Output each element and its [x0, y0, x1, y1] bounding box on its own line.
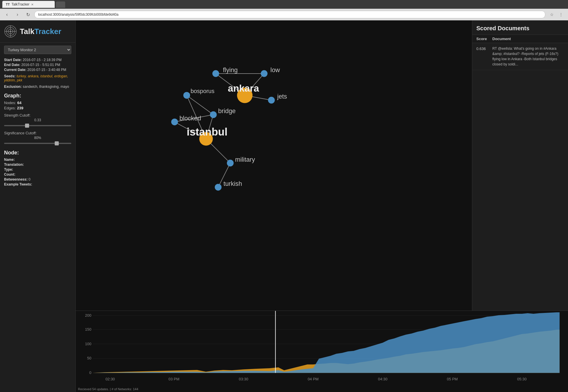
start-date-line: Start Date: 2016-07-15 - 2:18:39 PM — [4, 58, 71, 62]
seeds-line: Seeds: turkey, ankara, istanbul, erdogan… — [4, 74, 71, 82]
tab-title: TalkTracker — [11, 2, 29, 6]
scored-docs-title: Scored Documents — [476, 25, 529, 31]
doc-row-0[interactable]: 0.636 RT @wellsla: What's going on in #A… — [472, 43, 568, 70]
node-jets[interactable] — [268, 97, 275, 104]
content-row: flying low jets bosporus bridge blocked … — [76, 20, 568, 311]
current-date-line: Current Date: 2016-07-15 - 3:40:48 PM — [4, 68, 71, 72]
start-date-label: Start Date: — [4, 58, 22, 62]
network-graph[interactable]: flying low jets bosporus bridge blocked … — [76, 20, 472, 311]
end-date-value: 2016-07-15 - 5:51:01 PM — [21, 63, 60, 67]
node-section-title: Node: — [4, 150, 71, 156]
graph-panel[interactable]: flying low jets bosporus bridge blocked … — [76, 20, 472, 311]
x-label-0330: 03:30 — [239, 377, 248, 381]
significance-cutoff-value: 80% — [4, 136, 71, 140]
tab-bar: TT TalkTracker ✕ — [0, 0, 568, 9]
end-date-label: End Date: — [4, 63, 20, 67]
x-label-0400: 04 PM — [308, 377, 318, 381]
node-bosporus-label: bosporus — [191, 88, 214, 94]
back-button[interactable]: ‹ — [3, 10, 11, 19]
node-flying[interactable] — [212, 70, 219, 77]
x-label-0300: 03 PM — [168, 377, 179, 381]
node-istanbul-label: istanbul — [187, 126, 228, 138]
nodes-row: Nodes: 64 — [4, 101, 71, 105]
node-ankara-label: ankara — [228, 83, 259, 94]
app-container: TalkTracker Turkey Monitor 2 Start Date:… — [0, 20, 568, 392]
edges-label: Edges: — [4, 106, 16, 110]
sidebar: TalkTracker Turkey Monitor 2 Start Date:… — [0, 20, 76, 392]
y-label-200: 200 — [85, 313, 91, 318]
node-turkish[interactable] — [215, 184, 221, 190]
graph-section-title: Graph: — [4, 93, 71, 99]
seeds-label: Seeds: — [4, 74, 15, 78]
svg-point-5 — [10, 31, 11, 32]
url-text: localhost:3000/analysis/59f0dc309fcb000b… — [38, 13, 118, 17]
logo-icon — [4, 25, 17, 38]
node-bosporus[interactable] — [183, 92, 190, 99]
y-label-0: 0 — [89, 370, 91, 375]
reload-button[interactable]: ↻ — [24, 10, 32, 19]
logo-tracker: Tracker — [34, 27, 61, 36]
x-label-0230: 02:30 — [105, 377, 115, 381]
node-translation-label: Translation: — [4, 163, 24, 167]
node-type-label: Type: — [4, 168, 13, 172]
y-label-100: 100 — [85, 342, 91, 346]
timeline-chart: 200 150 100 50 0 02:30 03 PM — [76, 311, 568, 392]
monitor-select[interactable]: Turkey Monitor 2 — [4, 46, 71, 54]
scored-docs-columns: Score Document — [472, 35, 568, 43]
node-name-field: Name: — [4, 158, 71, 162]
x-label-0530: 05:30 — [517, 377, 526, 381]
new-tab[interactable] — [56, 1, 65, 8]
browser-chrome: TT TalkTracker ✕ ‹ › ↻ localhost:3000/an… — [0, 0, 568, 20]
node-betweenness-value: 0 — [29, 177, 31, 181]
logo-text: TalkTracker — [20, 27, 61, 36]
node-bridge[interactable] — [210, 111, 216, 118]
edges-row: Edges: 239 — [4, 106, 71, 110]
sidebar-content: Turkey Monitor 2 Start Date: 2016-07-15 … — [0, 43, 75, 190]
scored-docs-panel: Scored Documents Score Document 0.636 RT… — [472, 20, 568, 311]
nodes-value: 64 — [17, 101, 21, 105]
doc-text-0: RT @wellsla: What's going on in #Ankara … — [492, 46, 564, 67]
node-military[interactable] — [227, 160, 234, 166]
edges-value: 239 — [17, 106, 23, 110]
node-low[interactable] — [261, 70, 267, 77]
exclusion-value: sandwich, thanksgiving, mayo — [23, 85, 69, 89]
tab-close-button[interactable]: ✕ — [31, 3, 33, 6]
main-content: flying low jets bosporus bridge blocked … — [76, 20, 568, 392]
forward-button[interactable]: › — [13, 10, 22, 19]
chart-status: Recieved 54 updates. | # of Networks: 14… — [78, 387, 138, 391]
node-type-field: Type: — [4, 168, 71, 172]
active-tab[interactable]: TT TalkTracker ✕ — [2, 1, 55, 8]
start-date-value: 2016-07-15 - 2:18:39 PM — [23, 58, 61, 62]
current-date-value: 2016-07-15 - 3:40:48 PM — [27, 68, 66, 72]
node-example-tweets-label: Example Tweets: — [4, 182, 32, 186]
document-column-header: Document — [492, 37, 564, 41]
menu-button[interactable]: ⋮ — [557, 10, 565, 19]
node-betweenness-field: Betweenness: 0 — [4, 177, 71, 181]
tab-favicon: TT — [6, 3, 10, 6]
current-date-label: Current Date: — [4, 68, 26, 72]
node-blocked[interactable] — [171, 119, 178, 125]
strength-cutoff-slider[interactable] — [4, 125, 71, 126]
node-turkish-label: turkish — [223, 180, 242, 187]
nav-actions: ☆ ⋮ — [548, 10, 565, 19]
nav-bar: ‹ › ↻ localhost:3000/analysis/59f0dc309f… — [0, 9, 568, 20]
node-betweenness-label: Betweenness: — [4, 177, 28, 181]
bookmark-button[interactable]: ☆ — [548, 10, 556, 19]
exclusion-label: Exclusion: — [4, 85, 22, 89]
doc-score-0: 0.636 — [476, 46, 492, 51]
y-label-150: 150 — [85, 327, 91, 332]
end-date-line: End Date: 2016-07-15 - 5:51:01 PM — [4, 63, 71, 67]
significance-cutoff-label: Significance Cutoff: — [4, 131, 71, 135]
address-bar[interactable]: localhost:3000/analysis/59f0dc309fcb000b… — [34, 11, 545, 18]
node-count-field: Count: — [4, 172, 71, 177]
y-label-50: 50 — [87, 356, 91, 360]
node-count-label: Count: — [4, 172, 15, 177]
significance-cutoff-slider[interactable] — [4, 143, 71, 144]
node-name-label: Name: — [4, 158, 15, 162]
strength-cutoff-label: Strength Cutoff: — [4, 113, 71, 117]
logo-talk: Talk — [20, 27, 34, 36]
node-low-label: low — [270, 66, 280, 74]
node-translation-field: Translation: — [4, 163, 71, 167]
chart-area[interactable]: 200 150 100 50 0 02:30 03 PM — [76, 311, 568, 392]
node-example-tweets-field: Example Tweets: — [4, 182, 71, 186]
